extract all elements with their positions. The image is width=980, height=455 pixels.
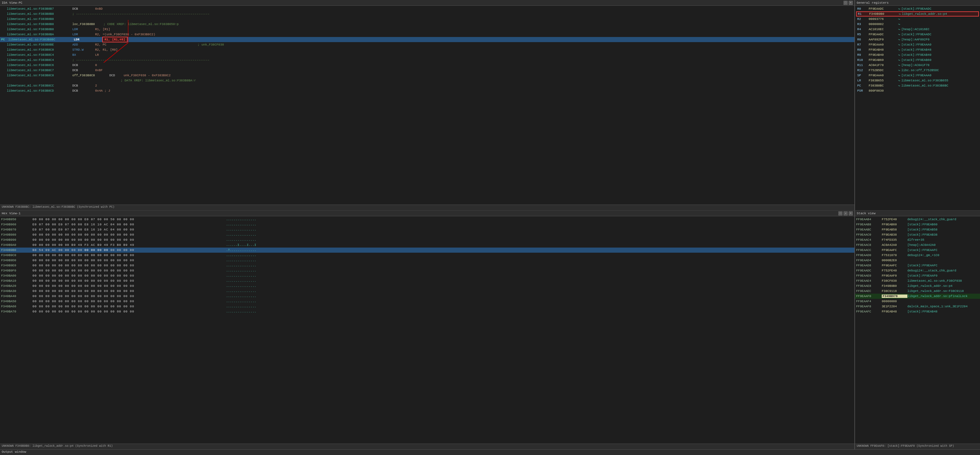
hex-line: F349B980 00 00 00 00 00 00 00 00 00 00 0…: [0, 232, 854, 237]
register-r7: R7 FF9EAAA0 ↪ [stack]:FF9EAAA0: [856, 42, 979, 47]
highlighted-operand: R1, [R1,#8]: [102, 37, 127, 43]
bottom-section: Hex View-1 □ ↗ × F349B950 00 00 00 00 00…: [0, 211, 980, 449]
stack-line: FF9EAAC4 F74FD335 dlfree+35: [855, 237, 980, 243]
registers-content: R0 FF9EAADC ↪ [stack]:FF9EAADC R1 F349B9…: [855, 6, 980, 210]
code-line: libmetasec_ml.so:F383B8BE ADD R2, PC ; u…: [0, 42, 854, 47]
hex-close-btn[interactable]: ×: [849, 211, 853, 216]
stack-status-text: UNKNOWN FF9EAAF0: [stack]:FF9EAAF0 (Sync…: [857, 444, 954, 448]
output-window-title: Output window: [2, 450, 26, 453]
stack-view-panel: Stack view FF9EAAB4 F752FE40 debug124:__…: [855, 211, 980, 449]
highlighted-stack-val: F349B978: [882, 295, 907, 298]
hex-line: F349BA00 00 00 00 00 00 00 00 00 00 00 0…: [0, 273, 854, 278]
top-section: IDA View-PC □ × libmetasec_ml.so:F383B8B…: [0, 0, 980, 211]
hex-view-title: Hex View-1: [2, 212, 21, 215]
ida-status-text: UNKNOWN F383B8BC: libmetasec_ml.so:F383B…: [2, 205, 115, 209]
register-pc: PC F383B8BC ↪ libmetasec_ml.so:F383B8BC: [856, 83, 979, 88]
register-r5: R5 FF9EAADC ↪ [stack]:FF9EAADC: [856, 32, 979, 37]
hex-line-highlighted: F349B9B0 B8 54 09 AC 00 00 00 00 00 00 0…: [0, 247, 854, 253]
hex-float-btn[interactable]: ↗: [843, 211, 848, 216]
register-psr: PSR 800F0030: [856, 88, 979, 94]
hex-line: F349BA20 00 00 00 00 00 00 00 00 00 00 0…: [0, 284, 854, 289]
code-line: libmetasec_ml.so:F383B8CD DCB 0x4A ; J: [0, 88, 854, 94]
stack-line: FF9EAAC8 AC0A42A0 [heap]:AC0A42A0: [855, 243, 980, 247]
hex-line: F349BA50 00 00 00 00 00 00 00 00 00 00 0…: [0, 299, 854, 304]
register-r11: R11 AC0A1F78 ↪ [heap]:AC0A1F78: [856, 63, 979, 68]
register-sp: SP FF9EAAA0 ↪ [stack]:FF9EAAA0: [856, 73, 979, 78]
hex-line: F349BA40 00 00 00 00 00 00 00 00 00 00 0…: [0, 294, 854, 299]
hex-view-panel: Hex View-1 □ ↗ × F349B950 00 00 00 00 00…: [0, 211, 855, 449]
hex-view-controls: □ ↗ ×: [838, 211, 853, 216]
stack-line: FF9EAAC0 FF9EAB38 [stack]:FF9EAB38: [855, 232, 980, 237]
register-r12: R12 F752B5DC ↪ libc.so:off_F752B5DC: [856, 68, 979, 73]
register-r0: R0 FF9EAADC ↪ [stack]:FF9EAADC: [856, 6, 979, 11]
register-r9: R9 FF9EAB40 ↪ [stack]:FF9EAB40: [856, 52, 979, 57]
stack-line: FF9EAAB4 F752FE40 debug124:__stack_chk_g…: [855, 217, 980, 222]
ida-view-controls: □ ×: [843, 1, 853, 5]
hex-line: F349BA10 00 00 00 00 00 00 00 00 00 00 0…: [0, 278, 854, 284]
register-lr: LR F383B655 ↪ libmetasec_ml.so:F383B655: [856, 78, 979, 83]
register-r10: R10 FF9EAB60 ↪ [stack]:FF9EAB60: [856, 57, 979, 63]
register-r2: R2 00093776 ↪: [856, 16, 979, 22]
hex-line: F349BA70 00 00 00 00 00 00 00 00 00 00 0…: [0, 309, 854, 314]
code-line: libmetasec_ml.so:F383B8C7 DCB 0xBF: [0, 68, 854, 73]
hex-line: F349B9F0 00 00 00 00 00 00 00 00 00 00 0…: [0, 268, 854, 273]
hex-status-text: UNKNOWN F349B9B0: libget_rwlock_addr.so:…: [2, 444, 113, 448]
stack-line: FF9EAAB8 FF9EAB60 [stack]:FF9EAB60: [855, 222, 980, 227]
code-line: libmetasec_ml.so:F383B8B8 ; ------------…: [0, 11, 854, 16]
stack-line: FF9EAAF8 3E1F2284 dalvik_main_space_1:un…: [855, 304, 980, 309]
code-line: libmetasec_ml.so:F383B8B8: [0, 16, 854, 22]
pc-code-line: PC libmetasec_ml.so:F383B8BC LDR R1, [R1…: [0, 37, 854, 42]
ida-close-btn[interactable]: ×: [849, 1, 853, 5]
hex-line: F349B9C0 00 00 00 00 00 00 00 00 00 00 0…: [0, 253, 854, 258]
stack-line: FF9EAAE4 F38CF038 libmetasec_ml.so:unk_F…: [855, 278, 980, 284]
stack-line: FF9EAACC FF9EAAFC [stack]:FF9EAAFC: [855, 247, 980, 253]
hex-minimize-btn[interactable]: □: [838, 211, 842, 216]
stack-view-title: Stack view: [857, 212, 875, 215]
code-line: libmetasec_ml.so:F383B8C8 off_F383B8C8 D…: [0, 73, 854, 78]
code-line: libmetasec_ml.so:F383B8B7 DCB 0xBD: [0, 6, 854, 11]
ida-view-title: IDA View-PC: [2, 1, 22, 5]
code-line: libmetasec_ml.so:F383B8C4 BX LR: [0, 52, 854, 57]
hex-line: F349B990 00 00 00 00 00 00 00 00 00 00 0…: [0, 237, 854, 243]
pc-indicator: PC: [1, 38, 8, 41]
registers-title: General registers: [857, 1, 889, 5]
stack-line-highlighted: FF9EAAF0 F349B978 libget_rwlock_addr.so:…: [855, 294, 980, 299]
hex-view-titlebar: Hex View-1 □ ↗ ×: [0, 211, 854, 216]
registers-panel: General registers R0 FF9EAADC ↪ [stack]:…: [855, 0, 980, 210]
hex-content: F349B950 00 00 00 00 00 00 00 00 E0 07 0…: [0, 216, 854, 444]
registers-titlebar: General registers: [855, 0, 980, 6]
hex-status-bar: UNKNOWN F349B9B0: libget_rwlock_addr.so:…: [0, 444, 854, 449]
stack-line: FF9EAABC FF9EAB58 [stack]:FF9EAB58: [855, 227, 980, 232]
hex-line: F349B9D0 00 00 00 00 00 00 00 00 00 00 0…: [0, 258, 854, 263]
ida-minimize-btn[interactable]: □: [843, 1, 848, 5]
code-area: libmetasec_ml.so:F383B8B7 DCB 0xBD libme…: [0, 6, 854, 205]
stack-line: FF9EAAEC F38C9118 libget_rwlock_addr.so:…: [855, 289, 980, 294]
stack-view-titlebar: Stack view: [855, 211, 980, 216]
hex-line: F349B970 E0 07 00 00 E0 07 00 00 E8 16 1…: [0, 227, 854, 232]
stack-line: FF9EAAF4 00000000: [855, 299, 980, 304]
hex-line: F349BA60 00 00 00 00 00 00 00 00 00 00 0…: [0, 304, 854, 309]
code-line: libmetasec_ml.so:F383B8C4 ; ------------…: [0, 57, 854, 63]
hex-line: F349B950 00 00 00 00 00 00 00 00 E0 07 0…: [0, 217, 854, 222]
stack-line: FF9EAAFC FF9EAB48 [stack]:FF9EAB48: [855, 309, 980, 314]
code-line: libmetasec_ml.so:F383B8B8 loc_F383B8B8 ;…: [0, 22, 854, 27]
ida-view-panel: IDA View-PC □ × libmetasec_ml.so:F383B8B…: [0, 0, 855, 210]
stack-line: FF9EAAD4 0000B2E0: [855, 258, 980, 263]
ida-view-titlebar: IDA View-PC □ ×: [0, 0, 854, 6]
register-r6: R6 AAF892F0 ↪ [heap]:AAF892F0: [856, 37, 979, 42]
main-container: IDA View-PC □ × libmetasec_ml.so:F383B8B…: [0, 0, 980, 455]
code-line: libmetasec_ml.so:F383B8B8 LDR R1, [R1]: [0, 27, 854, 32]
code-line: libmetasec_ml.so:F383B8CC DCB 2: [0, 83, 854, 88]
code-line: libmetasec_ml.so:F383B8BA LDR R2, =(unk_…: [0, 32, 854, 37]
register-r4: R4 AC1016EC ↪ [heap]:AC1016EC: [856, 27, 979, 32]
stack-line: FF9EAADC F752FE40 debug124:__stack_chk_g…: [855, 268, 980, 273]
output-window-bar: Output window: [0, 449, 980, 455]
register-r8: R8 FF9EAB48 ↪ [stack]:FF9EAB48: [856, 47, 979, 52]
code-line: ; DATA XREF: libmetasec_ml.so:F383B8BA↑r: [0, 78, 854, 83]
hex-line: F349B9E0 00 00 00 00 00 00 00 00 00 00 0…: [0, 263, 854, 268]
stack-line: FF9EAAD0 F7531078 debug124:_gm_+1C0: [855, 253, 980, 258]
stack-content: FF9EAAB4 F752FE40 debug124:__stack_chk_g…: [855, 216, 980, 444]
code-line: libmetasec_ml.so:F383B8C6 DCB 0: [0, 63, 854, 68]
hex-line: F349BA30 00 00 00 00 00 00 00 00 00 00 0…: [0, 289, 854, 294]
hex-line: F349B960 E0 07 00 00 E0 07 00 00 E8 16 1…: [0, 222, 854, 227]
